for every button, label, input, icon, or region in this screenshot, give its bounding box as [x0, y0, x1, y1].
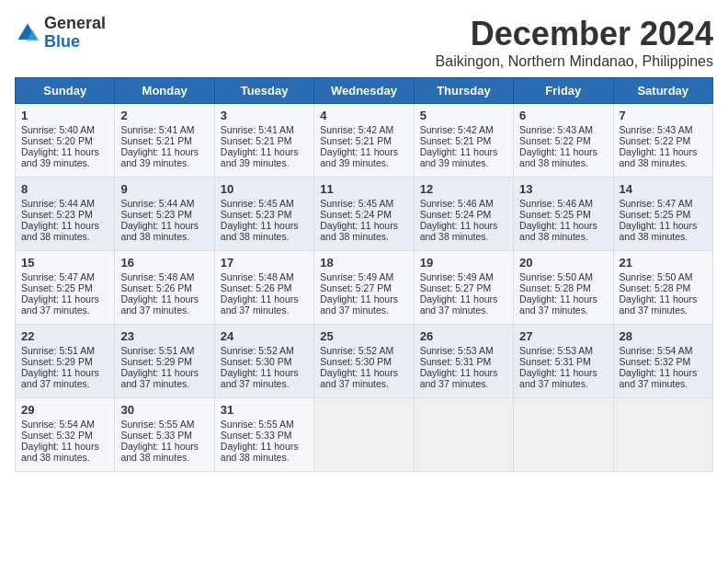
day-number: 1 — [21, 109, 108, 122]
sunset-label: Sunset: 5:26 PM — [120, 282, 192, 293]
daylight-label: Daylight: 11 hours and 37 minutes. — [519, 293, 597, 316]
day-number: 31 — [221, 403, 308, 417]
logo: General Blue — [15, 15, 106, 52]
day-number: 24 — [221, 329, 308, 343]
day-number: 3 — [221, 109, 308, 122]
sunrise-label: Sunrise: 5:44 AM — [21, 198, 95, 209]
daylight-label: Daylight: 11 hours and 38 minutes. — [221, 220, 299, 242]
day-number: 8 — [21, 182, 108, 196]
daylight-label: Daylight: 11 hours and 38 minutes. — [519, 146, 597, 168]
daylight-label: Daylight: 11 hours and 37 minutes. — [320, 293, 398, 316]
sunset-label: Sunset: 5:20 PM — [21, 135, 93, 146]
day-number: 30 — [120, 403, 208, 417]
sunset-label: Sunset: 5:29 PM — [21, 356, 93, 367]
table-row: 30 Sunrise: 5:55 AM Sunset: 5:33 PM Dayl… — [115, 398, 214, 472]
day-number: 28 — [620, 329, 707, 343]
sunset-label: Sunset: 5:24 PM — [420, 209, 492, 220]
sunset-label: Sunset: 5:23 PM — [221, 209, 292, 220]
logo-blue: Blue — [44, 33, 106, 52]
daylight-label: Daylight: 11 hours and 37 minutes. — [120, 293, 199, 316]
sunset-label: Sunset: 5:32 PM — [21, 430, 93, 441]
table-row: 10 Sunrise: 5:45 AM Sunset: 5:23 PM Dayl… — [214, 178, 313, 251]
table-row: 13 Sunrise: 5:46 AM Sunset: 5:25 PM Dayl… — [514, 178, 613, 251]
sunset-label: Sunset: 5:33 PM — [221, 430, 292, 441]
col-tuesday: Tuesday — [214, 78, 313, 104]
sunrise-label: Sunrise: 5:50 AM — [620, 271, 693, 282]
day-number: 21 — [620, 256, 707, 270]
daylight-label: Daylight: 11 hours and 38 minutes. — [320, 220, 398, 242]
sunset-label: Sunset: 5:22 PM — [620, 135, 691, 146]
day-number: 14 — [620, 182, 707, 196]
day-number: 5 — [420, 109, 507, 122]
table-row: 15 Sunrise: 5:47 AM Sunset: 5:25 PM Dayl… — [16, 251, 115, 325]
sunset-label: Sunset: 5:21 PM — [420, 135, 492, 146]
daylight-label: Daylight: 11 hours and 37 minutes. — [620, 367, 698, 389]
daylight-label: Daylight: 11 hours and 38 minutes. — [221, 441, 299, 463]
day-number: 13 — [519, 182, 607, 196]
col-thursday: Thursday — [414, 78, 513, 104]
table-row: 16 Sunrise: 5:48 AM Sunset: 5:26 PM Dayl… — [115, 251, 214, 325]
sunset-label: Sunset: 5:31 PM — [420, 356, 492, 367]
daylight-label: Daylight: 11 hours and 37 minutes. — [221, 367, 299, 389]
sunrise-label: Sunrise: 5:48 AM — [221, 271, 294, 282]
table-row: 31 Sunrise: 5:55 AM Sunset: 5:33 PM Dayl… — [214, 398, 313, 472]
daylight-label: Daylight: 11 hours and 37 minutes. — [320, 367, 398, 389]
table-row: 26 Sunrise: 5:53 AM Sunset: 5:31 PM Dayl… — [414, 325, 513, 398]
day-number: 23 — [120, 329, 208, 343]
sunset-label: Sunset: 5:31 PM — [519, 356, 591, 367]
day-number: 16 — [120, 256, 208, 270]
calendar-week-row: 22 Sunrise: 5:51 AM Sunset: 5:29 PM Dayl… — [16, 325, 713, 398]
sunset-label: Sunset: 5:32 PM — [620, 356, 691, 367]
sunset-label: Sunset: 5:22 PM — [519, 135, 591, 146]
col-monday: Monday — [115, 78, 214, 104]
daylight-label: Daylight: 11 hours and 37 minutes. — [420, 367, 498, 389]
header: General Blue December 2024 Baikingon, No… — [15, 15, 713, 70]
daylight-label: Daylight: 11 hours and 37 minutes. — [620, 293, 698, 316]
sunrise-label: Sunrise: 5:48 AM — [120, 271, 194, 282]
daylight-label: Daylight: 11 hours and 38 minutes. — [620, 220, 698, 242]
sunrise-label: Sunrise: 5:44 AM — [120, 198, 194, 209]
sunrise-label: Sunrise: 5:52 AM — [320, 345, 393, 356]
table-row: 4 Sunrise: 5:42 AM Sunset: 5:21 PM Dayli… — [314, 104, 414, 178]
table-row: 21 Sunrise: 5:50 AM Sunset: 5:28 PM Dayl… — [613, 251, 712, 325]
sunset-label: Sunset: 5:28 PM — [519, 282, 591, 293]
table-row: 29 Sunrise: 5:54 AM Sunset: 5:32 PM Dayl… — [16, 398, 115, 472]
sunrise-label: Sunrise: 5:46 AM — [519, 198, 593, 209]
day-number: 10 — [221, 182, 308, 196]
logo-general: General — [44, 15, 106, 33]
logo-icon — [15, 20, 40, 46]
sunset-label: Sunset: 5:28 PM — [620, 282, 691, 293]
col-saturday: Saturday — [613, 78, 712, 104]
table-row: 20 Sunrise: 5:50 AM Sunset: 5:28 PM Dayl… — [514, 251, 613, 325]
sunrise-label: Sunrise: 5:49 AM — [320, 271, 393, 282]
day-number: 29 — [21, 403, 108, 417]
sunrise-label: Sunrise: 5:47 AM — [620, 198, 693, 209]
sunrise-label: Sunrise: 5:41 AM — [120, 124, 194, 135]
sunrise-label: Sunrise: 5:45 AM — [320, 198, 393, 209]
calendar-table: Sunday Monday Tuesday Wednesday Thursday… — [15, 77, 713, 472]
table-row: 17 Sunrise: 5:48 AM Sunset: 5:26 PM Dayl… — [214, 251, 313, 325]
table-row — [514, 398, 613, 472]
day-number: 9 — [120, 182, 208, 196]
sunrise-label: Sunrise: 5:43 AM — [620, 124, 693, 135]
table-row: 28 Sunrise: 5:54 AM Sunset: 5:32 PM Dayl… — [613, 325, 712, 398]
table-row: 23 Sunrise: 5:51 AM Sunset: 5:29 PM Dayl… — [115, 325, 214, 398]
sunrise-label: Sunrise: 5:42 AM — [420, 124, 494, 135]
daylight-label: Daylight: 11 hours and 38 minutes. — [120, 441, 199, 463]
sunset-label: Sunset: 5:30 PM — [221, 356, 292, 367]
table-row — [414, 398, 513, 472]
subtitle: Baikingon, Northern Mindanao, Philippine… — [436, 53, 713, 70]
calendar-week-row: 1 Sunrise: 5:40 AM Sunset: 5:20 PM Dayli… — [16, 104, 713, 178]
sunrise-label: Sunrise: 5:45 AM — [221, 198, 294, 209]
title-section: December 2024 Baikingon, Northern Mindan… — [436, 15, 713, 70]
daylight-label: Daylight: 11 hours and 38 minutes. — [21, 220, 99, 242]
daylight-label: Daylight: 11 hours and 37 minutes. — [221, 293, 299, 316]
sunset-label: Sunset: 5:33 PM — [120, 430, 192, 441]
day-number: 12 — [420, 182, 507, 196]
col-friday: Friday — [514, 78, 613, 104]
sunset-label: Sunset: 5:25 PM — [519, 209, 591, 220]
day-number: 11 — [320, 182, 407, 196]
table-row: 14 Sunrise: 5:47 AM Sunset: 5:25 PM Dayl… — [613, 178, 712, 251]
daylight-label: Daylight: 11 hours and 38 minutes. — [21, 441, 99, 463]
sunrise-label: Sunrise: 5:54 AM — [21, 419, 95, 430]
